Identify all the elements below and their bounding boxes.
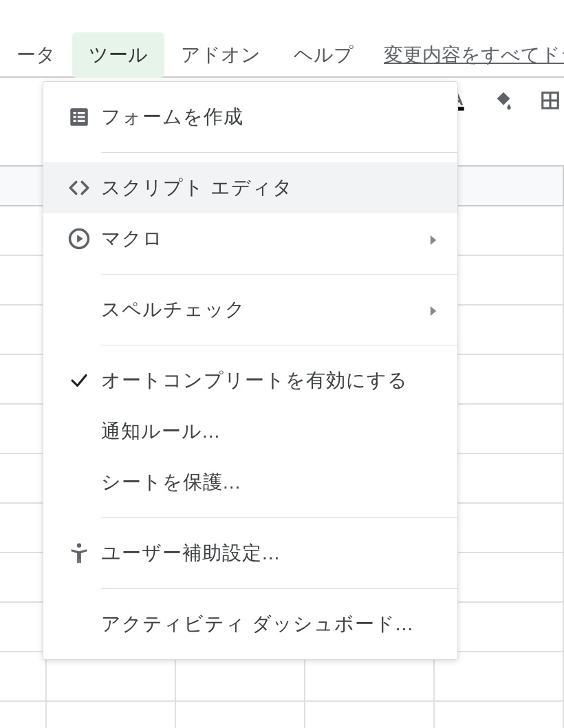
code-icon	[63, 176, 96, 200]
tools-dropdown-menu: フォームを作成 スクリプト エディタ マクロ スペルチェック	[43, 81, 458, 660]
menu-separator	[101, 517, 457, 518]
menu-separator	[101, 152, 457, 153]
svg-rect-6	[78, 112, 85, 114]
menu-item-create-form[interactable]: フォームを作成	[43, 92, 457, 142]
menu-label: フォームを作成	[101, 104, 243, 130]
submenu-arrow-icon	[429, 299, 438, 321]
svg-rect-10	[78, 120, 85, 122]
menu-item-autocomplete[interactable]: オートコンプリートを有効にする	[43, 355, 457, 406]
menu-label: スペルチェック	[101, 297, 246, 323]
save-status[interactable]: 変更内容をすべてドライ	[384, 42, 564, 68]
svg-rect-5	[74, 112, 76, 114]
menu-item-spell-check[interactable]: スペルチェック	[43, 284, 457, 335]
menu-item-protect-sheet[interactable]: シートを保護...	[43, 457, 457, 508]
menubar: ータ ツール アドオン ヘルプ 変更内容をすべてドライ	[0, 33, 564, 78]
check-icon	[63, 370, 96, 391]
menu-item-activity-dashboard[interactable]: アクティビティ ダッシュボード...	[43, 599, 457, 650]
form-icon	[63, 105, 96, 129]
menu-separator	[101, 274, 457, 275]
menu-help[interactable]: ヘルプ	[277, 32, 370, 78]
toolbar-right	[446, 89, 564, 111]
menu-label: スクリプト エディタ	[101, 175, 293, 201]
menu-label: シートを保護...	[101, 469, 241, 495]
play-circle-icon	[63, 227, 96, 250]
menu-item-accessibility[interactable]: ユーザー補助設定...	[43, 528, 457, 579]
menu-data[interactable]: ータ	[0, 32, 72, 78]
svg-rect-7	[74, 116, 76, 118]
menu-label: アクティビティ ダッシュボード...	[101, 611, 413, 637]
menu-addons[interactable]: アドオン	[164, 32, 277, 78]
menu-label: マクロ	[101, 226, 163, 252]
menu-label: オートコンプリートを有効にする	[101, 367, 408, 394]
borders-icon[interactable]	[539, 89, 561, 111]
svg-rect-8	[78, 116, 85, 118]
svg-rect-9	[74, 120, 76, 122]
submenu-arrow-icon	[429, 228, 438, 250]
menu-separator	[101, 588, 457, 589]
menu-item-script-editor[interactable]: スクリプト エディタ	[43, 162, 457, 213]
menu-item-macros[interactable]: マクロ	[43, 213, 457, 264]
svg-point-12	[77, 544, 81, 548]
accessibility-icon	[63, 542, 96, 565]
menu-tools[interactable]: ツール	[72, 32, 164, 78]
menu-separator	[101, 345, 457, 345]
row-header-gutter[interactable]	[0, 167, 47, 205]
fill-color-icon[interactable]	[492, 89, 514, 111]
menu-label: 通知ルール...	[101, 418, 220, 445]
menu-label: ユーザー補助設定...	[101, 540, 280, 566]
menu-item-notification-rules[interactable]: 通知ルール...	[43, 406, 457, 457]
